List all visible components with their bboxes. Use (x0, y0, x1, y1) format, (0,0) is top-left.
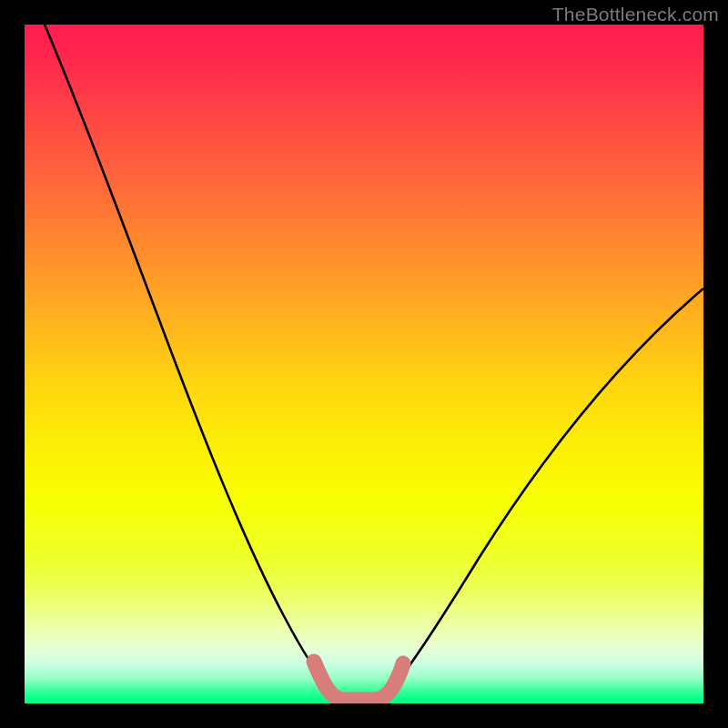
curve-layer (25, 25, 703, 703)
chart-frame: TheBottleneck.com (0, 0, 728, 728)
bottleneck-curve (45, 25, 703, 698)
watermark-text: TheBottleneck.com (552, 4, 719, 25)
optimal-region-marker (314, 662, 403, 700)
plot-area (25, 25, 703, 703)
